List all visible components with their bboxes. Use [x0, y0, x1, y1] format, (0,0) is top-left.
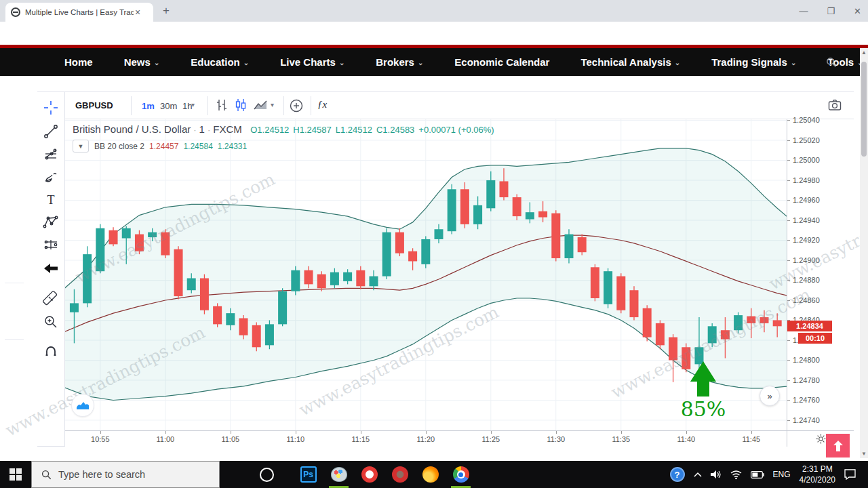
- camera-icon[interactable]: [828, 99, 842, 111]
- nav-item-news[interactable]: News⌄: [108, 56, 176, 68]
- trend-line-tool[interactable]: [42, 123, 60, 140]
- nav-item-brokers[interactable]: Brokers⌄: [360, 56, 439, 68]
- price-chart[interactable]: 85%: [65, 119, 787, 430]
- new-tab-button[interactable]: +: [163, 4, 170, 18]
- candle: [213, 306, 222, 325]
- price-tick-label: 1.24900: [793, 256, 820, 264]
- nav-search-icon[interactable]: [826, 57, 837, 68]
- indicator-name[interactable]: BB 20 close 2: [94, 142, 144, 151]
- candle: [656, 323, 665, 345]
- xabcd-pattern-tool[interactable]: [42, 214, 60, 231]
- page-scrollbar[interactable]: ▲ ▼: [860, 48, 868, 458]
- time-scale[interactable]: 10:5511:0011:0511:1011:1511:2011:2511:30…: [65, 430, 787, 447]
- action-center-icon[interactable]: [844, 469, 856, 480]
- toolbar-separator: [5, 283, 24, 283]
- candle: [395, 232, 404, 253]
- time-tick-label: 10:55: [91, 435, 110, 443]
- price-tick-label: 1.24740: [793, 416, 820, 424]
- candle: [239, 319, 248, 336]
- battery-icon[interactable]: [751, 471, 764, 479]
- candle: [291, 270, 300, 291]
- time-tick-label: 11:00: [156, 435, 174, 443]
- scrollbar-down-icon[interactable]: ▼: [860, 451, 868, 457]
- nav-item-live-charts[interactable]: Live Charts⌄: [264, 56, 360, 68]
- candle: [370, 277, 378, 287]
- time-tick-label: 11:10: [286, 435, 304, 443]
- crosshair-tool[interactable]: [42, 99, 60, 117]
- cortana-button[interactable]: [251, 461, 282, 488]
- time-tick-label: 11:05: [221, 435, 239, 443]
- window-maximize-button[interactable]: ❐: [827, 6, 835, 16]
- language-indicator[interactable]: ENG: [773, 470, 791, 479]
- volume-icon[interactable]: [711, 470, 722, 479]
- gear-icon[interactable]: [816, 434, 826, 444]
- price-scale[interactable]: 1.250401.250201.250001.249801.249601.249…: [787, 119, 854, 430]
- candle: [109, 230, 118, 245]
- taskbar-photoshop-icon[interactable]: Ps: [293, 461, 323, 488]
- candle: [435, 229, 443, 239]
- price-tick-label: 1.24760: [793, 396, 820, 404]
- compare-icon[interactable]: [289, 98, 304, 113]
- tradingview-logo[interactable]: [71, 394, 94, 417]
- zoom-in-tool[interactable]: [42, 313, 60, 331]
- nav-item-trading-signals[interactable]: Trading Signals⌄: [696, 56, 812, 68]
- scroll-to-realtime-button[interactable]: »: [760, 386, 780, 406]
- start-button[interactable]: [0, 461, 31, 488]
- wifi-icon[interactable]: [730, 470, 742, 479]
- taskbar-firefox-icon[interactable]: [415, 461, 446, 488]
- taskbar-clock[interactable]: 2:31 PM4/20/2020: [800, 464, 835, 485]
- candle: [135, 235, 144, 251]
- nav-item-education[interactable]: Education⌄: [175, 56, 264, 68]
- taskbar-browser-icon[interactable]: [384, 461, 415, 488]
- candle: [591, 267, 599, 298]
- interval-1m[interactable]: 1m: [142, 101, 155, 111]
- toolbar-separator: [5, 339, 24, 340]
- window-close-button[interactable]: ✕: [854, 6, 861, 16]
- indicators-fx-icon[interactable]: ƒx: [317, 99, 327, 110]
- browser-tab[interactable]: Multiple Live Charts | Easy Tradin ×: [5, 3, 153, 22]
- bars-style-icon[interactable]: [215, 98, 229, 112]
- get-help-icon[interactable]: ?: [670, 467, 685, 482]
- nav-item-technical-analysis[interactable]: Technical Analysis⌄: [565, 56, 696, 68]
- area-style-icon[interactable]: [253, 98, 268, 112]
- candle: [604, 271, 612, 304]
- candle: [708, 326, 717, 343]
- ruler-tool[interactable]: [42, 290, 60, 308]
- legend-interval: 1: [199, 123, 205, 135]
- candle: [616, 277, 625, 310]
- time-tick-label: 11:20: [416, 435, 435, 443]
- symbol-label[interactable]: GBPUSD: [75, 100, 113, 110]
- browser-toolbar: ← → ⟳ i Not secure easytradingtips.com/m…: [0, 22, 868, 45]
- forecast-measure-tool[interactable]: [42, 237, 60, 254]
- tab-title: Multiple Live Charts | Easy Tradin: [25, 8, 134, 16]
- taskbar-paint-icon[interactable]: [323, 461, 354, 488]
- taskbar: Type here to search Ps ?: [0, 461, 868, 488]
- price-tick-label: 1.24920: [793, 236, 820, 244]
- taskbar-chrome-icon[interactable]: [446, 461, 476, 488]
- nav-item-home[interactable]: Home: [49, 56, 108, 68]
- interval-dropdown-icon[interactable]: ▾: [191, 101, 195, 108]
- taskbar-search[interactable]: Type here to search: [31, 461, 220, 488]
- magnet-tool[interactable]: [42, 344, 60, 362]
- instrument-title[interactable]: British Pound / U.S. Dollar: [73, 123, 191, 135]
- candle: [421, 239, 430, 264]
- scrollbar-up-icon[interactable]: ▲: [860, 49, 868, 56]
- price-tick-label: 1.24960: [793, 196, 820, 204]
- gann-fibonacci-tool[interactable]: [42, 146, 60, 163]
- nav-item-economic-calendar[interactable]: Economic Calendar: [439, 56, 565, 68]
- arrow-marker-tool[interactable]: [42, 260, 60, 277]
- tab-close-icon[interactable]: ×: [135, 7, 140, 18]
- brush-tool[interactable]: [42, 169, 60, 186]
- candles-style-icon[interactable]: [234, 98, 248, 112]
- scrollbar-thumb[interactable]: [861, 62, 867, 157]
- taskbar-opera-icon[interactable]: [354, 461, 384, 488]
- interval-30m[interactable]: 30m: [160, 101, 177, 111]
- window-minimize-button[interactable]: —: [799, 6, 808, 16]
- text-tool[interactable]: T: [42, 191, 60, 209]
- search-placeholder: Type here to search: [58, 469, 145, 480]
- style-dropdown-icon[interactable]: ▾: [271, 101, 274, 108]
- candle: [187, 279, 196, 291]
- indicator-dropdown-icon[interactable]: ▼: [73, 140, 89, 152]
- hidden-icons-chevron[interactable]: [694, 472, 702, 477]
- scroll-top-button[interactable]: [826, 434, 850, 458]
